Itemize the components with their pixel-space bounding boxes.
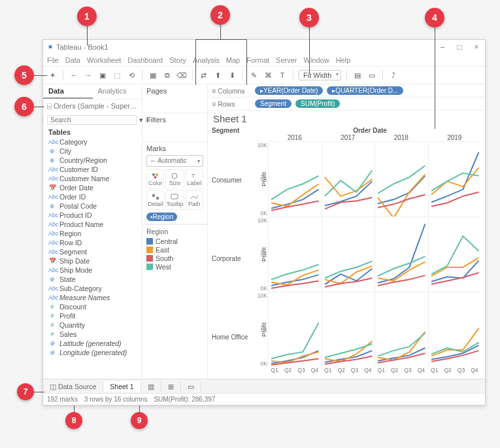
field-sales[interactable]: #Sales (43, 330, 142, 339)
field-order-date[interactable]: 📅Order Date (43, 183, 142, 192)
duplicate-icon[interactable]: ⧉ (162, 70, 173, 80)
field-city[interactable]: ⊕City (43, 146, 142, 156)
minimize-button[interactable]: – (438, 43, 447, 52)
columns-shelf[interactable]: ≡Columns ▸ YEAR(Order Date) ▸ QUARTER(Or… (208, 84, 485, 97)
filters-shelf[interactable]: Filters (146, 116, 203, 124)
datasource-name[interactable]: ⌸ Orders (Sample - Superst... (43, 99, 142, 112)
close-button[interactable]: × (472, 43, 481, 52)
menu-worksheet[interactable]: Worksheet (87, 56, 121, 64)
legend-item-east[interactable]: East (146, 246, 203, 254)
marks-label[interactable]: TLabel (186, 169, 204, 189)
field-ship-mode[interactable]: AbcShip Mode (43, 266, 142, 275)
field-longitude-generated-[interactable]: ⊕Longitude (generated) (43, 348, 142, 357)
field-row-id[interactable]: AbcRow ID (43, 238, 142, 247)
share-icon[interactable]: ⤴ (388, 70, 399, 80)
menu-analysis[interactable]: Analysis (193, 56, 220, 64)
field-postal-code[interactable]: ⊕Postal Code (43, 201, 142, 211)
menu-map[interactable]: Map (226, 56, 240, 64)
pill-year-orderdate[interactable]: ▸ YEAR(Order Date) (255, 86, 323, 95)
new-story-button[interactable]: ▭ (181, 381, 201, 392)
chart-cell[interactable]: 10K5K0K (268, 292, 322, 367)
menu-story[interactable]: Story (169, 56, 186, 64)
field-country-region[interactable]: ⊕Country/Region (43, 156, 142, 165)
menu-help[interactable]: Help (336, 56, 351, 64)
legend-item-west[interactable]: West (146, 263, 203, 271)
marks-path[interactable]: Path (186, 190, 204, 210)
undo-icon[interactable]: ← (69, 70, 79, 80)
new-worksheet-button[interactable]: ▥ (141, 381, 161, 392)
visualization[interactable]: Segment Order Date 2016 2017 2018 2019 (208, 127, 485, 379)
field-latitude-generated-[interactable]: ⊕Latitude (generated) (43, 339, 142, 348)
field-customer-name[interactable]: AbcCustomer Name (43, 174, 142, 183)
menu-format[interactable]: Format (246, 56, 269, 64)
legend-item-south[interactable]: South (146, 254, 203, 262)
presentation-icon[interactable]: ▭ (367, 70, 377, 80)
marks-detail[interactable]: Detail (146, 190, 164, 210)
chart-cell[interactable] (428, 216, 482, 292)
field-measure-names[interactable]: AbcMeasure Names (43, 293, 142, 302)
highlight-icon[interactable]: ✎ (248, 70, 259, 80)
field-sub-category[interactable]: AbcSub-Category (43, 284, 142, 293)
marks-color[interactable]: Color (146, 169, 164, 189)
marks-color-pill-region[interactable]: ▪ Region (146, 213, 177, 221)
pages-shelf[interactable]: Pages (146, 87, 203, 95)
sort-desc-icon[interactable]: ⬇ (227, 70, 237, 80)
new-datasource-icon[interactable]: ⬚ (112, 70, 122, 80)
menu-server[interactable]: Server (276, 56, 297, 64)
chart-cell[interactable] (322, 141, 375, 216)
field-product-id[interactable]: AbcProduct ID (43, 211, 142, 220)
menu-file[interactable]: File (47, 56, 59, 64)
menu-window[interactable]: Window (304, 56, 329, 64)
field-ship-date[interactable]: 📅Ship Date (43, 256, 142, 266)
field-profit[interactable]: #Profit (43, 311, 142, 320)
marks-size[interactable]: Size (165, 169, 184, 189)
menu-dashboard[interactable]: Dashboard (127, 56, 163, 64)
chart-cell[interactable] (375, 216, 428, 292)
field-region[interactable]: AbcRegion (43, 229, 142, 238)
group-icon[interactable]: ⌘ (263, 70, 273, 80)
show-me-icon[interactable]: ▤ (352, 70, 363, 80)
field-product-name[interactable]: AbcProduct Name (43, 220, 142, 229)
tab-analytics[interactable]: Analytics (93, 84, 142, 99)
chart-cell[interactable] (428, 292, 482, 367)
sheet-title[interactable]: Sheet 1 (208, 111, 485, 127)
tab-datasource[interactable]: ◫ Data Source (43, 381, 103, 392)
field-state[interactable]: ⊕State (43, 275, 142, 284)
tab-sheet1[interactable]: Sheet 1 (103, 381, 141, 392)
search-input[interactable] (47, 115, 137, 125)
field-customer-id[interactable]: AbcCustomer ID (43, 165, 142, 174)
pill-quarter-orderdate[interactable]: ▸ QUARTER(Order D... (327, 86, 403, 95)
chart-cell[interactable] (375, 292, 428, 367)
save-icon[interactable]: ▣ (97, 70, 108, 80)
marks-tooltip[interactable]: Tooltip (165, 190, 184, 210)
swap-icon[interactable]: ⇄ (198, 70, 208, 80)
chart-cell[interactable]: 10K5K0K (268, 141, 322, 216)
field-order-id[interactable]: AbcOrder ID (43, 192, 142, 201)
tableau-icon[interactable]: ✶ (47, 70, 58, 80)
redo-icon[interactable]: → (83, 70, 93, 80)
rows-shelf[interactable]: ≡Rows Segment SUM(Profit) (208, 97, 485, 111)
sort-asc-icon[interactable]: ⬆ (212, 70, 223, 80)
label-icon[interactable]: T (277, 70, 288, 80)
maximize-button[interactable]: □ (455, 43, 464, 52)
chart-cell[interactable] (375, 141, 428, 216)
legend-item-central[interactable]: Central (146, 237, 203, 245)
field-category[interactable]: AbcCategory (43, 137, 142, 146)
refresh-icon[interactable]: ⟲ (126, 70, 137, 80)
pill-segment[interactable]: Segment (255, 99, 292, 108)
chart-cell[interactable] (322, 216, 375, 292)
tab-data[interactable]: Data (43, 84, 93, 99)
clear-icon[interactable]: ⌫ (176, 70, 187, 80)
fit-selector[interactable]: Fit Width (299, 70, 341, 80)
chart-cell[interactable] (428, 141, 482, 216)
chart-cell[interactable] (322, 292, 375, 367)
pill-sum-profit[interactable]: SUM(Profit) (295, 99, 340, 108)
field-quantity[interactable]: #Quantity (43, 320, 142, 330)
field-discount[interactable]: #Discount (43, 302, 142, 311)
mark-type-selector[interactable]: ～ Automatic▾ (146, 155, 203, 167)
new-dashboard-button[interactable]: ⊞ (161, 381, 181, 392)
field-segment[interactable]: AbcSegment (43, 247, 142, 256)
new-worksheet-icon[interactable]: ▦ (148, 70, 158, 80)
menu-data[interactable]: Data (65, 56, 80, 64)
chart-cell[interactable]: 10K5K0K (268, 216, 322, 292)
